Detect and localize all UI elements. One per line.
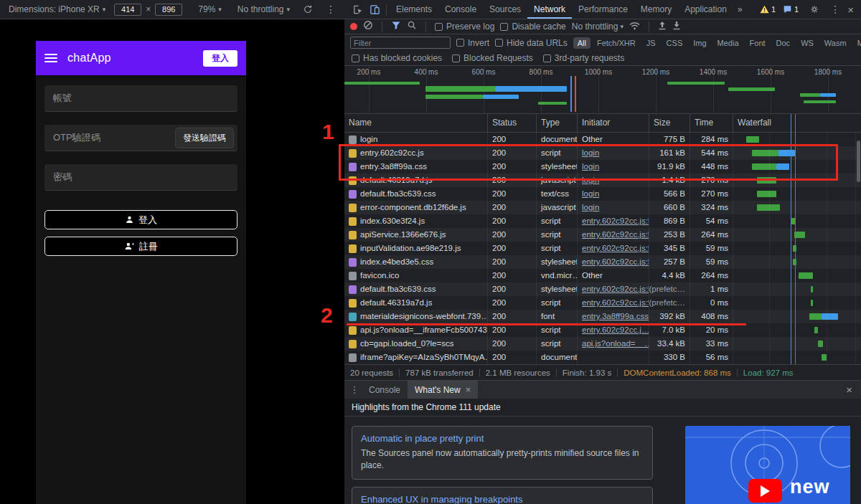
header-login-button[interactable]: 登入 <box>203 50 237 67</box>
zoom-select[interactable]: 79% ▾ <box>198 4 222 14</box>
warnings-badge[interactable]: 1 <box>760 5 776 14</box>
devtools-close-icon[interactable]: × <box>847 4 854 16</box>
network-overview-timeline[interactable]: 200 ms400 ms600 ms800 ms1000 ms1200 ms14… <box>344 66 861 114</box>
request-initiator[interactable]: api.js?onload=__… <box>582 337 649 351</box>
request-initiator[interactable]: entry.602c92cc.j… <box>582 323 649 337</box>
send-otp-button[interactable]: 發送驗證碼 <box>175 128 234 148</box>
whats-new-card[interactable]: Automatic in place pretty printThe Sourc… <box>352 426 653 480</box>
tab-performance[interactable]: Performance <box>572 0 634 19</box>
invert-checkbox[interactable]: Invert <box>456 38 489 48</box>
3rd-party-requests-checkbox[interactable]: 3rd-party requests <box>543 53 624 63</box>
filter-pill-fetch-xhr[interactable]: Fetch/XHR <box>593 37 640 49</box>
has-blocked-cookies-checkbox[interactable]: Has blocked cookies <box>352 53 442 63</box>
column-header-type[interactable]: Type <box>537 114 578 132</box>
request-row[interactable]: default.46319a7d.js200scriptentry.602c92… <box>344 296 861 310</box>
play-button-icon[interactable] <box>748 479 782 503</box>
otp-field[interactable]: OTP驗證碼 發送驗證碼 <box>44 125 237 151</box>
login-button[interactable]: 登入 <box>44 210 237 229</box>
filter-pill-css[interactable]: CSS <box>662 37 687 49</box>
request-row[interactable]: iframe?apiKey=AIzaSyBh0TMqyA…200document… <box>344 351 861 364</box>
request-initiator[interactable]: login <box>582 201 599 214</box>
hamburger-menu-icon[interactable] <box>44 54 57 62</box>
filter-pill-media[interactable]: Media <box>713 37 743 49</box>
tab-application[interactable]: Application <box>678 0 733 19</box>
column-header-status[interactable]: Status <box>488 114 537 132</box>
throttling-select[interactable]: No throttling ▾ <box>572 22 624 32</box>
password-field[interactable]: 密碼 <box>44 164 237 191</box>
whats-new-card[interactable]: Enhanced UX in managing breakpointsGroup… <box>352 487 653 504</box>
register-button[interactable]: 註冊 <box>44 237 237 256</box>
request-row[interactable]: default.fba3c639.css200text/csslogin566 … <box>344 187 861 201</box>
tab-whats-new[interactable]: What's New × <box>408 381 478 399</box>
request-initiator[interactable]: login <box>582 187 599 201</box>
filter-pill-font[interactable]: Font <box>745 37 770 49</box>
request-row[interactable]: error-component.db12f6de.js200javascript… <box>344 201 861 214</box>
request-initiator[interactable]: login <box>582 146 599 160</box>
rotate-icon[interactable] <box>303 4 313 14</box>
filter-pill-img[interactable]: Img <box>689 37 710 49</box>
record-icon[interactable] <box>350 23 357 30</box>
request-initiator[interactable]: entry.602c92cc.js:5 <box>582 242 649 255</box>
request-initiator[interactable]: entry.602c92cc.js:9 <box>582 296 649 310</box>
dimensions-select[interactable]: Dimensions: iPhone XR ▾ <box>9 4 105 14</box>
account-field[interactable]: 帳號 <box>44 85 237 112</box>
request-initiator[interactable]: login <box>582 173 599 187</box>
table-scrollbar[interactable] <box>857 141 860 182</box>
column-header-size[interactable]: Size <box>649 114 690 132</box>
filter-pill-manifest[interactable]: Manifest <box>853 37 861 49</box>
filter-pill-wasm[interactable]: Wasm <box>820 37 851 49</box>
preserve-log-checkbox[interactable]: Preserve log <box>435 22 494 32</box>
gear-icon[interactable] <box>806 2 823 16</box>
request-row[interactable]: apiService.1366e676.js200scriptentry.602… <box>344 228 861 242</box>
request-row[interactable]: index.e4bed3e5.css200stylesheetentry.602… <box>344 255 861 269</box>
card-title[interactable]: Enhanced UX in managing breakpoints <box>361 494 644 504</box>
request-initiator[interactable]: login <box>582 160 599 173</box>
request-row[interactable]: inputValidation.ae98e219.js200scriptentr… <box>344 242 861 255</box>
filter-pill-ws[interactable]: WS <box>796 37 818 49</box>
request-initiator[interactable]: entry.602c92cc.js:5 <box>582 214 649 228</box>
device-throttling-select[interactable]: No throttling ▾ <box>237 4 290 14</box>
hide-data-urls-checkbox[interactable]: Hide data URLs <box>495 38 568 48</box>
column-header-initiator[interactable]: Initiator <box>578 114 649 132</box>
drawer-menu-icon[interactable]: ⋮ <box>347 384 362 395</box>
export-har-icon[interactable] <box>672 20 681 33</box>
request-initiator[interactable]: entry.3a8ff99a.css <box>582 310 649 323</box>
filter-pill-js[interactable]: JS <box>642 37 660 49</box>
tab-console[interactable]: Console <box>438 0 483 19</box>
filter-pill-all[interactable]: All <box>573 37 591 49</box>
request-initiator[interactable]: entry.602c92cc.js:5 <box>582 228 649 242</box>
request-row[interactable]: default.fba3c639.css200stylesheetentry.6… <box>344 282 861 296</box>
column-header-name[interactable]: Name <box>344 114 488 132</box>
column-header-time[interactable]: Time <box>690 114 733 132</box>
tab-sources[interactable]: Sources <box>483 0 527 19</box>
tab-elements[interactable]: Elements <box>390 0 438 19</box>
whats-new-video-thumbnail[interactable]: new <box>685 426 850 504</box>
more-tabs-button[interactable]: » <box>733 0 747 19</box>
request-row[interactable]: cb=gapi.loaded_0?le=scs200scriptapi.js?o… <box>344 337 861 351</box>
request-row[interactable]: entry.602c92cc.js200scriptlogin161 kB544… <box>344 146 861 160</box>
filter-pill-doc[interactable]: Doc <box>772 37 795 49</box>
device-width-input[interactable] <box>114 4 141 16</box>
device-toolbar-menu-icon[interactable]: ⋮ <box>326 4 336 15</box>
filter-input[interactable] <box>350 37 451 49</box>
request-initiator[interactable]: entry.602c92cc.js:5 <box>582 255 649 269</box>
request-row[interactable]: favicon.ico200vnd.micr…Other4.4 kB264 ms <box>344 269 861 282</box>
inspect-icon[interactable] <box>349 2 366 16</box>
request-row[interactable]: login200documentOther775 B284 ms <box>344 133 861 146</box>
column-header-waterfall[interactable]: Waterfall <box>733 114 861 132</box>
tab-close-icon[interactable]: × <box>466 381 471 399</box>
search-icon[interactable] <box>407 20 417 33</box>
device-toolbar-icon[interactable] <box>366 2 383 16</box>
tab-memory[interactable]: Memory <box>634 0 678 19</box>
drawer-close-icon[interactable]: × <box>840 384 858 396</box>
disable-cache-checkbox[interactable]: Disable cache <box>500 22 565 32</box>
tab-console[interactable]: Console <box>362 381 408 399</box>
issues-badge[interactable]: 1 <box>783 5 799 14</box>
devtools-menu-icon[interactable]: ⋮ <box>830 4 840 15</box>
clear-icon[interactable] <box>363 20 373 33</box>
request-row[interactable]: default.46319a7d.js200javascriptlogin1.4… <box>344 173 861 187</box>
request-row[interactable]: index.630e3f24.js200scriptentry.602c92cc… <box>344 214 861 228</box>
request-row[interactable]: materialdesignicons-webfont.739…200fonte… <box>344 310 861 323</box>
request-initiator[interactable]: entry.602c92cc.js:5 <box>582 282 649 296</box>
card-title[interactable]: Automatic in place pretty print <box>361 433 644 444</box>
